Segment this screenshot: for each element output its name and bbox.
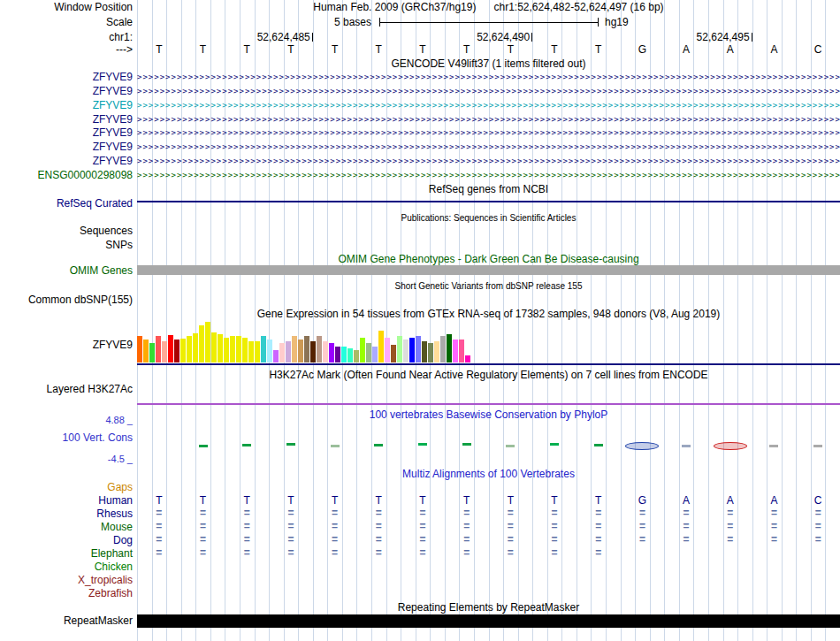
gtex-expression-bar[interactable] bbox=[199, 325, 204, 362]
species-label-human[interactable]: Human bbox=[0, 495, 133, 507]
gtex-expression-bar[interactable] bbox=[397, 336, 402, 362]
gtex-expression-bar[interactable] bbox=[149, 343, 155, 362]
omim-genes-label[interactable]: OMIM Genes bbox=[0, 265, 133, 277]
species-label-chicken[interactable]: Chicken bbox=[0, 561, 133, 573]
gtex-expression-bar[interactable] bbox=[385, 338, 390, 362]
gene-model[interactable]: >>>>>>>>>>>>>>>>>>>>>>>>>>>>>>>>>>>>>>>>… bbox=[137, 141, 840, 153]
gtex-expression-bar[interactable] bbox=[391, 345, 396, 362]
gtex-expression-bar[interactable] bbox=[372, 347, 378, 362]
gene-model[interactable]: >>>>>>>>>>>>>>>>>>>>>>>>>>>>>>>>>>>>>>>>… bbox=[137, 72, 840, 83]
species-label-elephant[interactable]: Elephant bbox=[0, 548, 133, 560]
genome-browser-view: Window Position Human Feb. 2009 (GRCh37/… bbox=[0, 0, 840, 641]
gtex-expression-bar[interactable] bbox=[329, 343, 334, 362]
sequence-base: A bbox=[752, 44, 797, 56]
gene-model[interactable]: >>>>>>>>>>>>>>>>>>>>>>>>>>>>>>>>>>>>>>>>… bbox=[137, 86, 840, 97]
gtex-expression-bar[interactable] bbox=[286, 341, 291, 362]
gene-model[interactable]: >>>>>>>>>>>>>>>>>>>>>>>>>>>>>>>>>>>>>>>>… bbox=[137, 127, 840, 139]
gtex-expression-bar[interactable] bbox=[341, 347, 347, 362]
gtex-expression-bar[interactable] bbox=[453, 340, 458, 362]
gene-label[interactable]: ZFYVE9 bbox=[0, 127, 133, 139]
repeatmasker-label[interactable]: RepeatMasker bbox=[0, 615, 133, 627]
gtex-expression-bar[interactable] bbox=[273, 350, 279, 362]
gtex-expression-bar[interactable] bbox=[242, 338, 248, 362]
gtex-expression-bar[interactable] bbox=[143, 340, 149, 362]
alignment-gap-mark: = bbox=[356, 521, 401, 532]
gtex-expression-bar[interactable] bbox=[211, 332, 217, 362]
gene-label[interactable]: ZFYVE9 bbox=[0, 72, 133, 83]
gtex-expression-bar[interactable] bbox=[261, 336, 266, 362]
gtex-expression-bar[interactable] bbox=[459, 340, 464, 362]
gtex-expression-bar[interactable] bbox=[174, 340, 179, 362]
gtex-expression-bar[interactable] bbox=[428, 343, 433, 362]
gene-model[interactable]: >>>>>>>>>>>>>>>>>>>>>>>>>>>>>>>>>>>>>>>>… bbox=[137, 156, 840, 167]
gene-label[interactable]: ZFYVE9 bbox=[0, 86, 133, 97]
gtex-expression-bar[interactable] bbox=[205, 322, 210, 362]
gtex-expression-bar[interactable] bbox=[335, 347, 340, 362]
species-label-mouse[interactable]: Mouse bbox=[0, 522, 133, 533]
species-label-x-tropicalis[interactable]: X_tropicalis bbox=[0, 575, 133, 586]
gene-model[interactable]: >>>>>>>>>>>>>>>>>>>>>>>>>>>>>>>>>>>>>>>>… bbox=[137, 170, 840, 181]
gene-label[interactable]: ENSG00000298098 bbox=[0, 170, 133, 181]
gtex-expression-bar[interactable] bbox=[304, 336, 309, 362]
gene-model[interactable]: >>>>>>>>>>>>>>>>>>>>>>>>>>>>>>>>>>>>>>>>… bbox=[137, 114, 840, 126]
refseq-curated-label[interactable]: RefSeq Curated bbox=[0, 198, 133, 210]
omim-gene-item[interactable] bbox=[137, 265, 840, 275]
alignment-gap-mark: = bbox=[532, 521, 577, 532]
gtex-expression-bar[interactable] bbox=[378, 331, 384, 362]
gtex-expression-bar[interactable] bbox=[422, 341, 427, 362]
gtex-expression-bar[interactable] bbox=[310, 341, 316, 362]
conservation-track-label[interactable]: 100 Vert. Cons bbox=[0, 432, 133, 444]
gene-label[interactable]: ZFYVE9 bbox=[0, 100, 133, 111]
h3k27ac-track-label[interactable]: Layered H3K27Ac bbox=[0, 384, 133, 395]
gtex-expression-bar[interactable] bbox=[255, 341, 260, 362]
gtex-expression-bar[interactable] bbox=[416, 336, 421, 362]
gtex-expression-bar[interactable] bbox=[317, 336, 322, 362]
refseq-curated-item[interactable] bbox=[137, 201, 840, 202]
gtex-expression-bar[interactable] bbox=[447, 334, 452, 362]
gtex-expression-bar[interactable] bbox=[224, 338, 229, 362]
gtex-expression-bar[interactable] bbox=[193, 333, 198, 362]
gtex-expression-bar[interactable] bbox=[440, 336, 446, 362]
gtex-expression-bar[interactable] bbox=[267, 340, 272, 362]
dbsnp-track-label[interactable]: Common dbSNP(155) bbox=[0, 294, 133, 306]
gtex-expression-bar[interactable] bbox=[292, 336, 297, 362]
gtex-expression-bar[interactable] bbox=[168, 335, 173, 362]
gtex-expression-bar[interactable] bbox=[366, 343, 371, 362]
gene-model[interactable]: >>>>>>>>>>>>>>>>>>>>>>>>>>>>>>>>>>>>>>>>… bbox=[137, 100, 840, 111]
gtex-expression-bar[interactable] bbox=[323, 341, 328, 362]
gene-label[interactable]: ZFYVE9 bbox=[0, 114, 133, 126]
species-label-gaps[interactable]: Gaps bbox=[0, 482, 133, 493]
gtex-expression-bar[interactable] bbox=[230, 336, 235, 362]
species-label-rhesus[interactable]: Rhesus bbox=[0, 508, 133, 520]
repeatmasker-item[interactable] bbox=[137, 614, 840, 628]
gtex-expression-bar[interactable] bbox=[347, 348, 353, 362]
gtex-gene-label[interactable]: ZFYVE9 bbox=[0, 340, 133, 351]
gtex-expression-bar[interactable] bbox=[360, 338, 365, 362]
alignment-gap-mark: = bbox=[708, 507, 752, 519]
gtex-expression-bar[interactable] bbox=[187, 336, 192, 362]
species-label-dog[interactable]: Dog bbox=[0, 535, 133, 546]
gtex-expression-bar[interactable] bbox=[218, 334, 223, 362]
gtex-expression-bar[interactable] bbox=[409, 338, 415, 362]
gtex-expression-bar[interactable] bbox=[162, 341, 167, 362]
gtex-expression-bar[interactable] bbox=[465, 355, 470, 362]
gene-label[interactable]: ZFYVE9 bbox=[0, 141, 133, 153]
gtex-expression-bar[interactable] bbox=[298, 340, 303, 362]
gtex-expression-bar[interactable] bbox=[248, 341, 254, 362]
gtex-expression-bar[interactable] bbox=[434, 341, 439, 362]
gtex-expression-bar[interactable] bbox=[403, 340, 409, 362]
h3k27ac-signal[interactable] bbox=[137, 403, 840, 405]
gtex-expression-bar[interactable] bbox=[137, 336, 142, 362]
alignment-gap-mark: = bbox=[269, 547, 313, 559]
species-label-zebrafish[interactable]: Zebrafish bbox=[0, 588, 133, 599]
gene-label[interactable]: ZFYVE9 bbox=[0, 156, 133, 167]
gtex-expression-bar[interactable] bbox=[156, 336, 161, 362]
refseq-track-title: RefSeq genes from NCBI bbox=[137, 184, 840, 195]
snps-track-label[interactable]: SNPs bbox=[0, 240, 133, 251]
gtex-expression-bar[interactable] bbox=[236, 336, 241, 362]
sequences-track-label[interactable]: Sequences bbox=[0, 225, 133, 237]
gtex-expression-bar[interactable] bbox=[279, 343, 285, 362]
gtex-expression-bar[interactable] bbox=[354, 350, 359, 362]
alignment-gap-mark: = bbox=[489, 534, 533, 546]
gtex-expression-bar[interactable] bbox=[180, 339, 186, 362]
